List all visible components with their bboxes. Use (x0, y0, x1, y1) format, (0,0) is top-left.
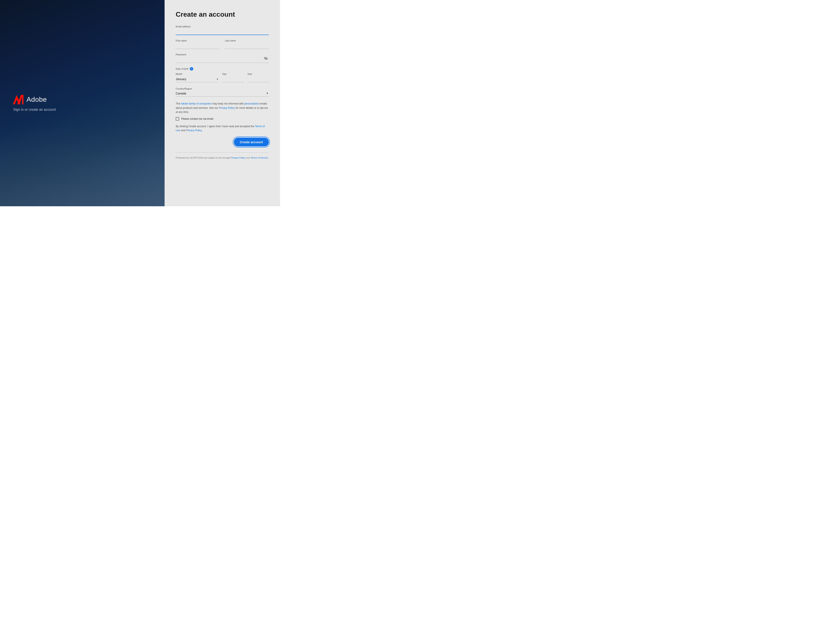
adobe-family-link[interactable]: Adobe family of companies (181, 102, 211, 105)
recaptcha-privacy-link[interactable]: Privacy Policy (231, 157, 245, 159)
first-name-input[interactable] (176, 43, 220, 49)
name-row: First name Last name (176, 39, 269, 49)
adobe-tagline: Sign in or create an account (13, 108, 152, 112)
recaptcha-terms-link[interactable]: Terms of Service (251, 157, 268, 159)
month-select-wrapper: January February March April May June Ju… (176, 76, 219, 82)
month-label: Month (176, 73, 219, 75)
create-btn-row: Create account (176, 138, 269, 147)
year-label: Year (247, 73, 269, 75)
email-group: Email address (176, 25, 269, 35)
country-select-wrapper: Canada United States United Kingdom Aust… (176, 90, 269, 97)
password-label: Password (176, 53, 269, 56)
month-col: Month January February March April May J… (176, 73, 219, 82)
terms-privacy-link[interactable]: Privacy Policy (186, 129, 202, 132)
dob-info-icon[interactable]: i (190, 67, 193, 70)
adobe-logo-icon (13, 95, 24, 104)
first-name-label: First name (176, 39, 220, 42)
email-input[interactable] (176, 28, 269, 35)
personalized-link[interactable]: personalized (244, 102, 259, 105)
password-group: Password (176, 53, 269, 63)
first-name-group: First name (176, 39, 220, 49)
terms-text: By clicking Create account, I agree that… (176, 124, 269, 133)
email-label: Email address (176, 25, 269, 28)
contact-checkbox[interactable] (176, 117, 179, 121)
toggle-password-icon[interactable] (264, 57, 268, 61)
year-input[interactable] (247, 76, 269, 82)
right-panel: Create an account Email address First na… (164, 0, 280, 206)
last-name-input[interactable] (225, 43, 269, 49)
adobe-logo-container: Adobe (13, 95, 152, 104)
password-input[interactable] (176, 57, 269, 63)
recaptcha-text: Protected by reCAPTCHA and subject to th… (176, 156, 269, 160)
country-section: Country/Region Canada United States Unit… (176, 87, 269, 97)
country-select[interactable]: Canada United States United Kingdom Aust… (176, 90, 269, 97)
page-title: Create an account (176, 10, 269, 18)
day-label: Day (222, 73, 244, 75)
adobe-logo-text: Adobe (27, 96, 47, 103)
last-name-label: Last name (225, 39, 269, 42)
consent-text: The Adobe family of companies may keep m… (176, 102, 269, 114)
privacy-policy-consent-link[interactable]: Privacy Policy (219, 106, 235, 109)
last-name-group: Last name (225, 39, 269, 49)
password-wrapper (176, 57, 269, 63)
checkbox-row: Please contact me via email (176, 117, 269, 121)
month-select[interactable]: January February March April May June Ju… (176, 76, 219, 82)
checkbox-label: Please contact me via email (181, 117, 213, 120)
date-row: Month January February March April May J… (176, 73, 269, 82)
day-input[interactable] (222, 76, 244, 82)
day-col: Day (222, 73, 244, 82)
create-account-button[interactable]: Create account (234, 138, 269, 147)
left-panel: Adobe Sign in or create an account (0, 0, 164, 206)
year-col: Year (247, 73, 269, 82)
dob-section: Date of birth i Month January February M… (176, 67, 269, 82)
dob-label-text: Date of birth (176, 67, 188, 70)
dob-label-row: Date of birth i (176, 67, 269, 70)
country-label: Country/Region (176, 87, 192, 90)
